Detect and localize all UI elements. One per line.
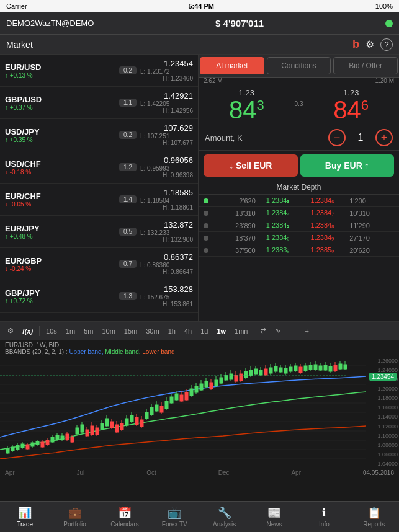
price-high: H: 0.96398: [140, 172, 193, 179]
timeframe-1m-button[interactable]: 1m: [63, 326, 78, 336]
price-label-10: 1.08000: [367, 442, 399, 448]
chart-bbands-label: BBANDS (20, 2, 2, 1) :: [5, 348, 68, 355]
market-item-audusd[interactable]: AUD/USD 0.78004: [0, 313, 198, 321]
price-low-high: L: 152.675: [140, 294, 193, 301]
market-item-usdjpy[interactable]: USD/JPY ↑ +0.35 % 0.2 107.629 L: 107.251…: [0, 119, 198, 151]
nav-icon-info: ℹ: [322, 506, 326, 520]
tab-bid-offer[interactable]: Bid / Offer: [333, 57, 398, 74]
depth-dot: [204, 236, 208, 241]
timeframe-1mn-button[interactable]: 1mn: [232, 326, 250, 336]
nav-item-portfolio[interactable]: 💼 Portfolio: [50, 502, 99, 532]
depth-bid: 1.2384₂: [256, 209, 300, 217]
depth-dot: [204, 198, 208, 203]
trade-buttons: ↓ Sell EUR Buy EUR ↑: [199, 151, 399, 180]
price-label-9: 1.10000: [367, 433, 399, 439]
amount-increase-button[interactable]: +: [375, 129, 393, 146]
chart-add-button[interactable]: +: [302, 326, 311, 336]
chart-settings-button[interactable]: ⚙: [5, 326, 16, 336]
sell-button[interactable]: ↓ Sell EUR: [204, 154, 298, 177]
market-item-eurgbp[interactable]: EUR/GBP ↓ -0.24 % 0.7 0.86372 L: 0.86360…: [0, 248, 198, 280]
price-low-high: L: 0.95993: [140, 165, 193, 172]
xaxis-date: 04.05.2018: [363, 469, 394, 476]
amount-decrease-button[interactable]: −: [328, 129, 346, 146]
nav-icon-news: 📰: [267, 506, 281, 520]
timeframe-5m-button[interactable]: 5m: [81, 326, 96, 336]
nav-item-analysis[interactable]: 🔧 Analysis: [200, 502, 249, 532]
market-item-gbpusd[interactable]: GBP/USD ↑ +0.37 % 1.1 1.42921 L: 1.42205…: [0, 87, 198, 119]
price-main: 1.23454: [140, 59, 193, 68]
bbands-mid-label: Middle band,: [105, 348, 140, 355]
account-name: DEMO2WazTN@DEMO: [6, 19, 94, 28]
tab-at-market[interactable]: At market: [200, 57, 264, 74]
current-price-label: 1.23454: [369, 373, 397, 381]
xaxis-dec: Dec: [218, 469, 230, 476]
spread-badge: 0.2: [119, 131, 137, 139]
price-low: L: 1.42205: [140, 100, 169, 107]
price-label-7: 1.14000: [367, 414, 399, 420]
status-time: 5:44 PM: [188, 2, 214, 10]
price-low: L: 1.23172: [140, 68, 169, 75]
settings-icon[interactable]: ⚙: [365, 38, 374, 50]
depth-dot: [204, 248, 208, 253]
chart-draw-button[interactable]: ∿: [272, 326, 283, 336]
ask-big: 846: [333, 96, 369, 123]
timeframe-1w-button[interactable]: 1w: [214, 326, 228, 336]
price-display: 1.23 843 0.3 1.23 846: [199, 86, 399, 125]
nav-label-info: Info: [319, 521, 330, 528]
depth-bid: 1.2384₃: [256, 197, 300, 205]
pair-change: ↓ -0.05 %: [5, 201, 115, 208]
market-item-usdchf[interactable]: USD/CHF ↓ -0.18 % 1.2 0.96056 L: 0.95993…: [0, 151, 198, 184]
price-low: L: 152.675: [140, 294, 169, 301]
market-item-eurjpy[interactable]: EUR/JPY ↑ +0.48 % 0.5 132.872 L: 132.233…: [0, 216, 198, 248]
market-list: EUR/USD ↑ +0.13 % 0.2 1.23454 L: 1.23172…: [0, 55, 199, 321]
pair-info: EUR/USD ↑ +0.13 %: [5, 63, 115, 79]
nav-item-trade[interactable]: 📊 Trade: [0, 502, 50, 532]
depth-ask: 1.2384₆: [300, 197, 345, 205]
timeframe-1h-button[interactable]: 1h: [166, 326, 178, 336]
help-icon[interactable]: ?: [380, 38, 393, 51]
nav-item-forex tv[interactable]: 📺 Forex TV: [150, 502, 199, 532]
pair-change: ↓ -0.18 %: [5, 169, 115, 175]
chart-function-button[interactable]: f(x): [20, 326, 35, 336]
xaxis-jul: Jul: [76, 469, 84, 476]
nav-item-reports[interactable]: 📋 Reports: [349, 502, 399, 532]
timeframe-30m-button[interactable]: 30m: [143, 326, 161, 336]
xaxis-oct: Oct: [146, 469, 156, 476]
divider1: [39, 326, 40, 336]
timeframe-1d-button[interactable]: 1d: [198, 326, 210, 336]
price-low: L: 132.233: [140, 229, 169, 236]
bid-price-block: 1.23 843: [204, 88, 290, 122]
timeframe-10m-button[interactable]: 10m: [99, 326, 117, 336]
timeframe-10s-button[interactable]: 10s: [43, 326, 60, 336]
amount-control: − 1 +: [328, 129, 393, 146]
buy-button[interactable]: Buy EUR ↑: [300, 154, 395, 177]
price-block: 132.872 L: 132.233 H: 132.900: [140, 220, 193, 243]
chart-svg: [0, 357, 366, 468]
ask-price-block: 1.23 846: [308, 88, 394, 122]
timeframe-15m-button[interactable]: 15m: [122, 326, 140, 336]
chart-compare-button[interactable]: ⇄: [258, 326, 269, 336]
depth-dot: [204, 211, 208, 216]
bid-big-price: 843: [204, 97, 290, 122]
market-item-gbpjpy[interactable]: GBP/JPY ↑ +0.72 % 1.3 153.828 L: 152.675…: [0, 280, 198, 313]
pair-change: ↑ +0.72 %: [5, 298, 115, 304]
price-block: 0.86372 L: 0.86360 H: 0.86647: [140, 252, 193, 275]
trade-tabs: At market Conditions Bid / Offer: [199, 55, 399, 78]
price-low-high: L: 0.86360: [140, 262, 193, 268]
nav-item-calendars[interactable]: 📅 Calendars: [100, 502, 150, 532]
market-item-eurusd[interactable]: EUR/USD ↑ +0.13 % 0.2 1.23454 L: 1.23172…: [0, 55, 198, 87]
pair-info: GBP/JPY ↑ +0.72 %: [5, 288, 115, 304]
pair-info: USD/JPY ↑ +0.35 %: [5, 127, 115, 143]
tab-conditions[interactable]: Conditions: [267, 57, 331, 74]
market-depth: Market Depth 2'620 1.2384₃ 1.2384₆ 1'200…: [199, 180, 399, 321]
nav-item-news[interactable]: 📰 News: [249, 502, 299, 532]
nav-label-reports: Reports: [363, 521, 385, 528]
nav-item-info[interactable]: ℹ Info: [299, 502, 349, 532]
market-item-eurchf[interactable]: EUR/CHF ↓ -0.05 % 1.4 1.18585 L: 1.18504…: [0, 184, 198, 216]
chart-zoom-out-button[interactable]: —: [287, 326, 298, 336]
depth-vol-left: 23'890: [211, 222, 256, 229]
timeframe-4h-button[interactable]: 4h: [182, 326, 194, 336]
pair-name: GBP/JPY: [5, 288, 115, 298]
brand-icon[interactable]: b: [352, 38, 359, 51]
pair-change: ↓ -0.24 %: [5, 265, 115, 272]
